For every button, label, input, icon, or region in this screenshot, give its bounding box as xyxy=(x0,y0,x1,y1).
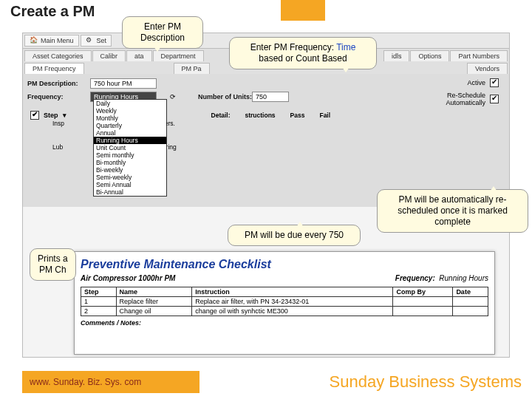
tab-idls[interactable]: idls xyxy=(383,50,410,61)
chevron-down-icon[interactable]: ▾ xyxy=(63,112,66,119)
step-insp: Insp xyxy=(52,120,64,127)
page-title: Create a PM xyxy=(10,3,95,20)
callout-due: PM will be due every 750 xyxy=(228,225,361,246)
checklist-asset: Air Compressor 1000hr PM xyxy=(81,274,175,282)
callout-print: Prints aPM Ch xyxy=(30,248,76,281)
step-checkbox[interactable] xyxy=(30,111,39,120)
step-header: Step xyxy=(44,112,58,119)
pm-description-label: PM Description: xyxy=(27,80,90,87)
reschedule-checkbox[interactable] xyxy=(490,95,499,103)
checklist-doc: Preventive Maintenance Checklist Air Com… xyxy=(74,251,495,355)
fail-col: Fail xyxy=(319,112,330,119)
set-button[interactable]: ⚙ Set xyxy=(81,35,112,47)
reschedule-label: Re-Schedule Automatically xyxy=(426,92,485,106)
freq-item[interactable]: Semi Annual xyxy=(94,181,166,188)
col-instruction: Instruction xyxy=(192,287,393,297)
freq-item[interactable]: Semi monthly xyxy=(94,151,166,159)
frequency-label: Frequency: xyxy=(27,93,90,100)
instructions-col: structions xyxy=(245,112,276,119)
tab-calibr[interactable]: Calibr xyxy=(92,50,126,61)
tab-pm-frequency[interactable]: PM Frequency xyxy=(24,63,84,74)
frequency-dropdown[interactable]: Daily Weekly Monthly Quarterly Annual Ru… xyxy=(93,99,167,197)
active-label: Active xyxy=(467,79,485,86)
checklist-freq-label: Frequency: xyxy=(395,274,435,282)
main-menu-button[interactable]: 🏠 Main Menu xyxy=(24,35,79,47)
right-col: Active Re-Schedule Automatically xyxy=(426,78,499,111)
col-step: Step xyxy=(81,287,117,297)
checklist-freq-value: Running Hours xyxy=(439,274,488,282)
main-menu-label: Main Menu xyxy=(41,37,74,44)
detail-col: Detail: xyxy=(211,112,231,119)
callout-auto: PM will be automatically re-scheduled on… xyxy=(377,189,528,233)
num-units-label: Number of Units: xyxy=(198,93,252,100)
step-lub: Lub xyxy=(52,143,63,151)
col-compby: Comp By xyxy=(393,287,453,297)
freq-item[interactable]: Bi-weekly xyxy=(94,166,166,174)
table-row: 2 Change oil change oil with synhctic ME… xyxy=(81,307,488,316)
callout-description: Enter PM Description xyxy=(122,16,203,49)
freq-item[interactable]: Quarterly xyxy=(94,122,166,129)
freq-item[interactable]: Running Hours xyxy=(94,137,166,144)
pm-description-field[interactable]: 750 hour PM xyxy=(90,78,157,89)
tab-pm-pa[interactable]: PM Pa xyxy=(174,63,210,74)
footer-url: www. Sunday. Biz. Sys. com xyxy=(22,371,200,393)
col-date: Date xyxy=(453,287,488,297)
freq-item[interactable]: Unit Count xyxy=(94,144,166,151)
table-row: 1 Replace filter Replace air filter, wit… xyxy=(81,297,488,307)
freq-item[interactable]: Annual xyxy=(94,129,166,137)
footer-brand: Sunday Business Systems xyxy=(330,372,522,392)
freq-item[interactable]: Bi-Annual xyxy=(94,188,166,196)
freq-item[interactable]: Daily xyxy=(94,100,166,107)
tab-part-numbers[interactable]: Part Numbers xyxy=(450,50,508,61)
footer: www. Sunday. Biz. Sys. com Sunday Busine… xyxy=(0,365,532,399)
col-name: Name xyxy=(116,287,192,297)
gear-icon: ⚙ xyxy=(86,36,95,45)
active-checkbox[interactable] xyxy=(490,78,499,87)
checklist-title: Preventive Maintenance Checklist xyxy=(81,258,488,271)
freq-item[interactable]: Semi-weekly xyxy=(94,174,166,181)
tab-vendors[interactable]: Vendors xyxy=(467,63,508,74)
num-units-field[interactable]: 750 xyxy=(252,92,289,102)
home-icon: 🏠 xyxy=(30,36,38,45)
refresh-icon[interactable]: ⟳ xyxy=(170,93,176,100)
checklist-notes-label: Comments / Notes: xyxy=(81,319,488,327)
freq-item[interactable]: Monthly xyxy=(94,115,166,122)
tab-options[interactable]: Options xyxy=(410,50,449,61)
tab-data[interactable]: ata xyxy=(126,50,152,61)
tab-asset-categories[interactable]: Asset Categories xyxy=(24,50,92,61)
form-area: PM Description: 750 hour PM Frequency: R… xyxy=(23,74,509,207)
pass-col: Pass xyxy=(290,112,305,119)
freq-item[interactable]: Bi-monthly xyxy=(94,159,166,166)
freq-item[interactable]: Weekly xyxy=(94,107,166,115)
checklist-table: Step Name Instruction Comp By Date 1 Rep… xyxy=(81,287,488,316)
set-label: Set xyxy=(97,37,107,44)
callout-frequency: Enter PM Frequency: Time based or Count … xyxy=(229,37,377,69)
